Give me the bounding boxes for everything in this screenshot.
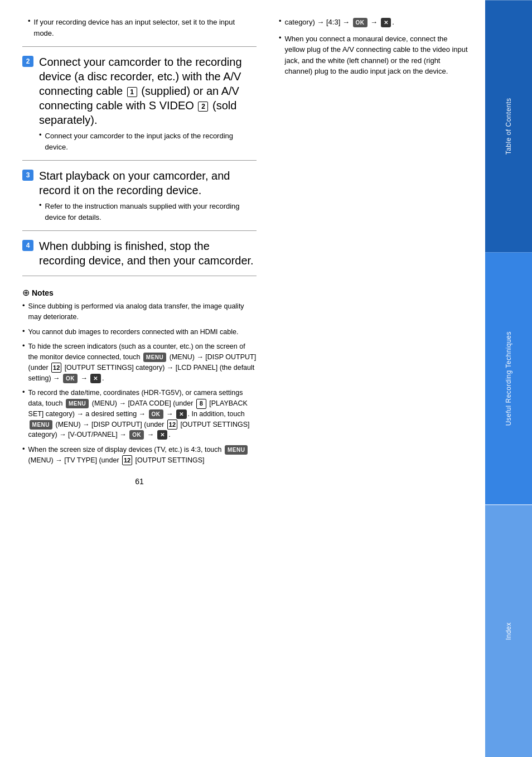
note-4-text: To record the date/time, coordinates (HD… <box>28 388 257 440</box>
notes-section: ⊕ Notes • Since dubbing is performed via… <box>22 287 257 466</box>
note-1-bullet: • <box>22 301 25 322</box>
right-bullet-2-text: When you connect a monaural device, conn… <box>285 33 468 77</box>
step-4-number: 4 <box>22 240 33 251</box>
step-4-block: 4 When dubbing is finished, stop the rec… <box>22 239 257 268</box>
ok-badge-2: OK <box>149 409 163 419</box>
x-badge-3: ✕ <box>157 430 168 440</box>
note-5-bullet: • <box>22 445 25 466</box>
x-badge-2: ✕ <box>176 409 187 419</box>
sidebar-tab-toc[interactable]: Table of Contents <box>485 0 532 252</box>
note-5: • When the screen size of display device… <box>22 445 257 466</box>
note-2: • You cannot dub images to recorders con… <box>22 327 257 337</box>
step-3-block: 3 Start playback on your camcorder, and … <box>22 168 257 223</box>
notes-icon: ⊕ <box>22 287 30 298</box>
two-col-layout: • If your recording device has an input … <box>22 17 468 491</box>
sidebar-tab-toc-label: Table of Contents <box>505 98 512 155</box>
step-2-title: Connect your camcorder to the recording … <box>39 55 257 127</box>
divider-1 <box>22 46 257 47</box>
step-4-title: When dubbing is finished, stop the recor… <box>39 239 257 268</box>
step-3-sub: • Refer to the instruction manuals suppl… <box>39 201 257 223</box>
note-4: • To record the date/time, coordinates (… <box>22 388 257 440</box>
step-2-bullet-dot: • <box>39 131 42 152</box>
step-3-header: 3 Start playback on your camcorder, and … <box>22 168 257 197</box>
menu-badge-3: MENU <box>30 420 52 430</box>
col-left: • If your recording device has an input … <box>22 17 268 491</box>
sidebar-tab-recording-label: Useful Recording Techniques <box>505 331 512 426</box>
step-2-header: 2 Connect your camcorder to the recordin… <box>22 55 257 127</box>
note-2-bullet: • <box>22 327 25 337</box>
inline-num-2: 2 <box>198 102 208 112</box>
divider-4 <box>22 276 257 276</box>
note-3-text: To hide the screen indicators (such as a… <box>28 341 257 383</box>
ok-badge-3: OK <box>129 430 144 440</box>
right-bullet-1-dot: • <box>279 17 282 28</box>
intro-bullet: • If your recording device has an input … <box>22 17 257 38</box>
step-3-number: 3 <box>22 170 33 181</box>
right-bullet-1: • category) → [4:3] → OK → ✕. <box>273 17 468 28</box>
right-sidebar: Table of Contents Useful Recording Techn… <box>485 0 532 757</box>
right-bullet-1-text: category) → [4:3] → OK → ✕. <box>285 17 394 28</box>
page-number: 61 <box>22 477 257 491</box>
notes-title: Notes <box>32 288 54 297</box>
divider-2 <box>22 160 257 161</box>
note-2-text: You cannot dub images to recorders conne… <box>28 327 239 337</box>
page-container: • If your recording device has an input … <box>0 0 532 757</box>
note-1-text: Since dubbing is performed via analog da… <box>28 301 257 322</box>
menu-badge-4: MENU <box>225 445 248 455</box>
menu-badge-1: MENU <box>143 353 166 362</box>
step-3-title: Start playback on your camcorder, and re… <box>39 168 257 197</box>
step-2-bullet-text: Connect your camcorder to the input jack… <box>45 131 257 152</box>
note-3-bullet: • <box>22 341 25 383</box>
intro-bullet-text: If your recording device has an input se… <box>34 17 257 38</box>
menu-badge-2: MENU <box>66 399 89 408</box>
x-badge-1: ✕ <box>90 374 101 383</box>
note-3: • To hide the screen indicators (such as… <box>22 341 257 383</box>
x-badge-right-1: ✕ <box>381 18 391 27</box>
ok-badge-right-1: OK <box>353 18 367 27</box>
sidebar-tab-recording[interactable]: Useful Recording Techniques <box>485 252 532 504</box>
boxnum-12-1: 12 <box>51 363 61 373</box>
step-3-bullet: • Refer to the instruction manuals suppl… <box>39 201 257 223</box>
step-3-bullet-text: Refer to the instruction manuals supplie… <box>45 201 257 223</box>
main-content: • If your recording device has an input … <box>0 0 485 757</box>
boxnum-8: 8 <box>196 399 206 409</box>
boxnum-12-3: 12 <box>122 455 132 465</box>
divider-3 <box>22 230 257 231</box>
step-2-block: 2 Connect your camcorder to the recordin… <box>22 55 257 152</box>
step-2-bullet: • Connect your camcorder to the input ja… <box>39 131 257 152</box>
step-4-header: 4 When dubbing is finished, stop the rec… <box>22 239 257 268</box>
right-bullet-2: • When you connect a monaural device, co… <box>273 33 468 77</box>
inline-num-1: 1 <box>127 87 137 97</box>
sidebar-tab-index[interactable]: Index <box>485 505 532 757</box>
step-2-number: 2 <box>22 56 33 67</box>
right-bullet-2-dot: • <box>279 33 282 77</box>
sidebar-tab-index-label: Index <box>505 622 512 640</box>
notes-header: ⊕ Notes <box>22 287 257 298</box>
note-1: • Since dubbing is performed via analog … <box>22 301 257 322</box>
note-5-text: When the screen size of display devices … <box>28 445 257 466</box>
step-3-bullet-dot: • <box>39 201 42 223</box>
ok-badge-1: OK <box>63 374 78 383</box>
intro-bullet-dot: • <box>28 17 31 38</box>
col-right: • category) → [4:3] → OK → ✕. • When you… <box>268 17 468 491</box>
note-4-bullet: • <box>22 388 25 440</box>
boxnum-12-2: 12 <box>167 420 177 430</box>
step-2-sub: • Connect your camcorder to the input ja… <box>39 131 257 152</box>
